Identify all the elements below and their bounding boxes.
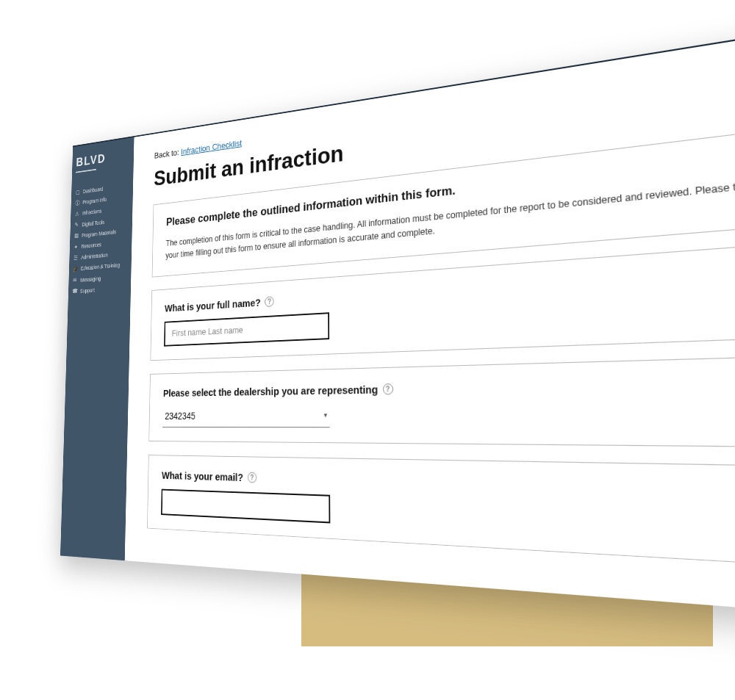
sidebar-item-label: Infractions <box>82 208 101 217</box>
messaging-icon: ✉ <box>73 277 78 284</box>
field-section-email: What is your email? ? <box>147 455 735 567</box>
back-prefix: Back to: <box>154 147 182 160</box>
full-name-input[interactable]: First name Last name <box>164 312 329 347</box>
dashboard-icon: ▢ <box>75 189 80 195</box>
dealership-label: Please select the dealership you are rep… <box>163 375 735 399</box>
dealership-label-text: Please select the dealership you are rep… <box>163 383 378 398</box>
sidebar-item-label: Support <box>80 286 95 294</box>
main-content: Back to: Infraction Checklist Submit an … <box>125 28 735 617</box>
sidebar-item-label: Dashboard <box>83 186 104 195</box>
sidebar-item-label: Messaging <box>80 275 101 283</box>
dealership-selected-value: 2342345 <box>165 411 196 422</box>
alert-icon: ⚠ <box>74 211 79 217</box>
dealership-select[interactable]: 2342345 ▾ <box>162 405 330 427</box>
materials-icon: ▤ <box>74 233 79 239</box>
support-icon: ☎ <box>72 288 77 295</box>
sidebar-item-label: Digital Tools <box>82 219 104 228</box>
email-input[interactable] <box>161 488 330 523</box>
sidebar-item-label: Education & Training <box>81 262 120 272</box>
education-icon: 🎓 <box>73 266 78 273</box>
app-window: BLVD ▢ Dashboard ⓘ Program Info ⚠ Infrac… <box>60 26 735 616</box>
field-section-dealership: Please select the dealership you are rep… <box>148 356 735 447</box>
tools-icon: ✎ <box>74 222 79 228</box>
help-icon[interactable]: ? <box>383 383 393 394</box>
sidebar-item-label: Resources <box>82 242 101 250</box>
full-name-label-text: What is your full name? <box>165 296 261 314</box>
resources-icon: ✦ <box>74 244 79 250</box>
full-name-label: What is your full name? ? <box>165 262 735 314</box>
brand-underline <box>76 169 96 173</box>
sidebar-item-label: Administration <box>81 252 107 261</box>
brand-logo: BLVD <box>76 148 129 170</box>
chevron-down-icon: ▾ <box>324 411 327 419</box>
help-icon[interactable]: ? <box>248 472 257 483</box>
admin-icon: ☰ <box>74 255 79 261</box>
email-label-text: What is your email? <box>162 469 243 483</box>
sidebar-item-label: Program Info <box>82 196 107 206</box>
sidebar: BLVD ▢ Dashboard ⓘ Program Info ⚠ Infrac… <box>60 137 135 560</box>
full-name-placeholder: First name Last name <box>172 325 243 338</box>
back-link[interactable]: Infraction Checklist <box>181 138 242 156</box>
help-icon[interactable]: ? <box>265 296 273 307</box>
info-icon: ⓘ <box>75 200 80 206</box>
sidebar-item-label: Program Materials <box>82 228 116 239</box>
